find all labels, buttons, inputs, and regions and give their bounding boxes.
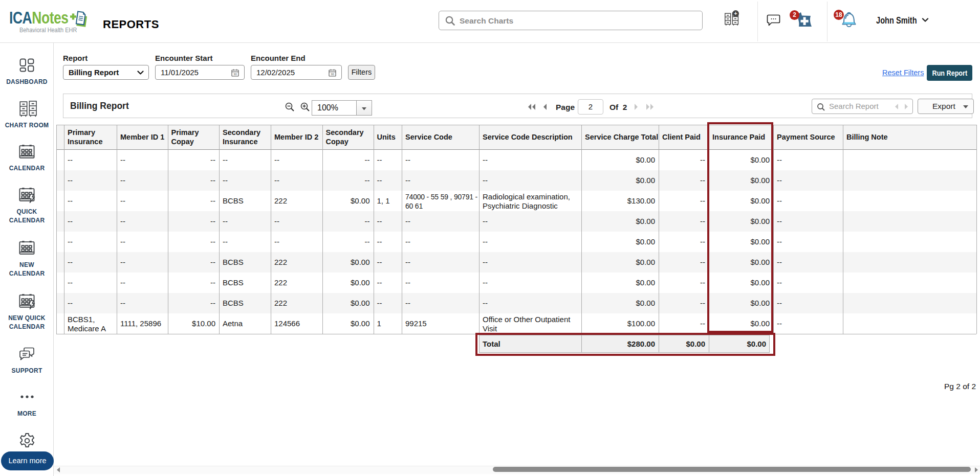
svg-text:30: 30 [233, 73, 237, 76]
svg-text:30: 30 [331, 73, 334, 76]
